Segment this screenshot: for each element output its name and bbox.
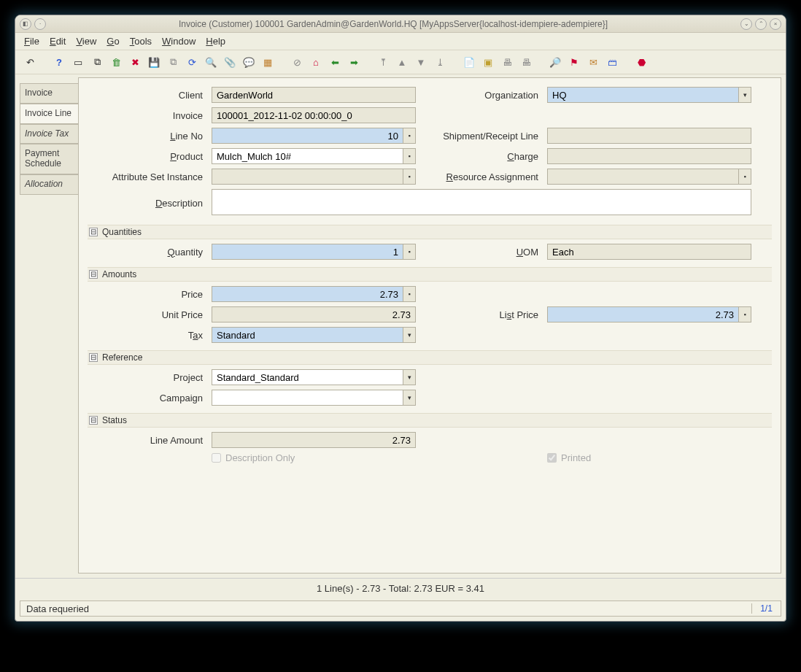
organization-field[interactable] <box>547 87 739 103</box>
workflow-icon[interactable]: ⚑ <box>567 55 581 69</box>
quantity-calc-icon[interactable]: ▪ <box>403 244 416 260</box>
print-preview-icon[interactable]: 🖶 <box>500 55 514 69</box>
record-counter: 1/1 <box>751 603 781 614</box>
prev-icon[interactable]: ▲ <box>395 55 409 69</box>
save-new-icon[interactable]: ⧉ <box>166 55 180 69</box>
tab-invoice-line[interactable]: Invoice Line <box>20 104 78 124</box>
arrow-left-icon[interactable]: ⬅ <box>328 55 342 69</box>
tab-invoice[interactable]: Invoice <box>20 83 78 104</box>
project-dropdown-icon[interactable]: ▾ <box>403 369 416 385</box>
line-no-calc-icon[interactable]: ▪ <box>403 128 416 144</box>
menu-go[interactable]: Go <box>107 36 119 47</box>
price-calc-icon[interactable]: ▪ <box>403 286 416 302</box>
product-field[interactable] <box>212 148 403 164</box>
tax-dropdown-icon[interactable]: ▾ <box>403 327 416 343</box>
history-back-icon[interactable]: ⊘ <box>290 55 304 69</box>
description-field[interactable] <box>212 189 751 215</box>
label-list-price: List Price <box>423 309 540 320</box>
label-attribute-set: Attribute Set Instance <box>88 171 204 182</box>
maximize-button[interactable]: ⌃ <box>755 18 767 30</box>
summary-bar: 1 Line(s) - 2.73 - Total: 2.73 EUR = 3.4… <box>15 578 786 598</box>
charge-field[interactable] <box>547 148 751 164</box>
section-quantities[interactable]: ⊟Quantities <box>88 225 772 239</box>
refresh-icon[interactable]: ⟳ <box>185 55 199 69</box>
end-icon[interactable]: ⬣ <box>634 55 649 69</box>
search-icon[interactable]: 🔍 <box>204 55 218 69</box>
project-field[interactable] <box>212 369 403 385</box>
delete-icon[interactable]: 🗑 <box>109 55 123 69</box>
menu-edit[interactable]: Edit <box>50 36 66 47</box>
tab-invoice-tax[interactable]: Invoice Tax <box>20 124 78 144</box>
delete-record-icon[interactable]: ✖ <box>128 55 142 69</box>
window-title: Invoice (Customer) 100001 GardenAdmin@Ga… <box>46 19 740 29</box>
line-no-field[interactable] <box>212 128 403 144</box>
collapse-icon[interactable]: ⊟ <box>89 228 98 236</box>
label-description: Description <box>88 198 204 209</box>
tab-allocation[interactable]: Allocation <box>20 174 78 195</box>
attribute-set-field[interactable] <box>212 169 403 185</box>
organization-dropdown-icon[interactable]: ▾ <box>739 87 751 103</box>
client-field <box>212 87 416 103</box>
menu-view[interactable]: View <box>76 36 96 47</box>
zoom-across-icon[interactable]: 🔎 <box>548 55 562 69</box>
shipment-line-field[interactable] <box>547 128 751 144</box>
tax-field[interactable] <box>212 327 403 343</box>
archive-icon[interactable]: ▣ <box>481 55 495 69</box>
section-status[interactable]: ⊟Status <box>88 413 772 428</box>
uom-field[interactable] <box>547 244 751 260</box>
section-amounts[interactable]: ⊟Amounts <box>88 267 772 282</box>
new-icon[interactable]: ▭ <box>71 55 85 69</box>
unit-price-field <box>212 306 416 323</box>
titlebar-stick-icon[interactable]: · <box>34 18 46 30</box>
application-window: ◧ · Invoice (Customer) 100001 GardenAdmi… <box>15 15 786 622</box>
list-price-calc-icon[interactable]: ▪ <box>739 306 751 323</box>
undo-icon[interactable]: ↶ <box>23 55 37 69</box>
tab-payment-schedule[interactable]: Payment Schedule <box>20 144 78 174</box>
next-icon[interactable]: ▼ <box>414 55 428 69</box>
section-reference[interactable]: ⊟Reference <box>88 350 772 365</box>
grid-icon[interactable]: ▦ <box>260 55 275 69</box>
attribute-set-lookup-icon[interactable]: ▪ <box>403 169 416 185</box>
label-line-amount: Line Amount <box>88 435 204 446</box>
description-only-checkbox <box>212 453 221 463</box>
quantity-field[interactable] <box>212 244 403 260</box>
close-button[interactable]: × <box>770 18 781 30</box>
report-icon[interactable]: 📄 <box>462 55 476 69</box>
status-message: Data requeried <box>20 603 751 614</box>
collapse-icon[interactable]: ⊟ <box>89 416 98 425</box>
titlebar-menu-icon[interactable]: ◧ <box>20 18 31 30</box>
menu-help[interactable]: Help <box>206 36 225 47</box>
product-info-icon[interactable]: 🗃 <box>605 55 619 69</box>
label-project: Project <box>88 372 204 383</box>
menu-tools[interactable]: Tools <box>130 36 152 47</box>
label-client: Client <box>88 90 204 101</box>
last-icon[interactable]: ⤓ <box>433 55 447 69</box>
save-icon[interactable]: 💾 <box>147 55 161 69</box>
product-lookup-icon[interactable]: ▪ <box>403 148 416 164</box>
menu-window[interactable]: Window <box>162 36 196 47</box>
request-icon[interactable]: ✉ <box>586 55 600 69</box>
attachment-icon[interactable]: 📎 <box>222 55 237 69</box>
price-field[interactable] <box>212 286 403 302</box>
invoice-field <box>212 107 416 123</box>
home-icon[interactable]: ⌂ <box>309 55 323 69</box>
resource-assign-field[interactable] <box>547 169 739 185</box>
menu-file[interactable]: File <box>24 36 39 47</box>
list-price-field[interactable] <box>547 306 739 323</box>
collapse-icon[interactable]: ⊟ <box>89 270 98 279</box>
collapse-icon[interactable]: ⊟ <box>89 353 98 362</box>
label-line-no: Line No <box>88 131 204 142</box>
campaign-dropdown-icon[interactable]: ▾ <box>403 390 416 406</box>
label-printed: Printed <box>561 452 591 463</box>
help-icon[interactable]: ? <box>52 55 66 69</box>
campaign-field[interactable] <box>212 390 403 406</box>
side-tabs: Invoice Invoice Line Invoice Tax Payment… <box>20 83 78 573</box>
arrow-right-icon[interactable]: ➡ <box>347 55 361 69</box>
minimize-button[interactable]: ⌄ <box>740 18 752 30</box>
first-icon[interactable]: ⤒ <box>376 55 390 69</box>
print-icon[interactable]: 🖶 <box>519 55 533 69</box>
label-unit-price: Unit Price <box>88 309 204 320</box>
copy-icon[interactable]: ⧉ <box>90 55 104 69</box>
chat-icon[interactable]: 💬 <box>241 55 256 69</box>
resource-assign-lookup-icon[interactable]: ▪ <box>739 169 751 185</box>
